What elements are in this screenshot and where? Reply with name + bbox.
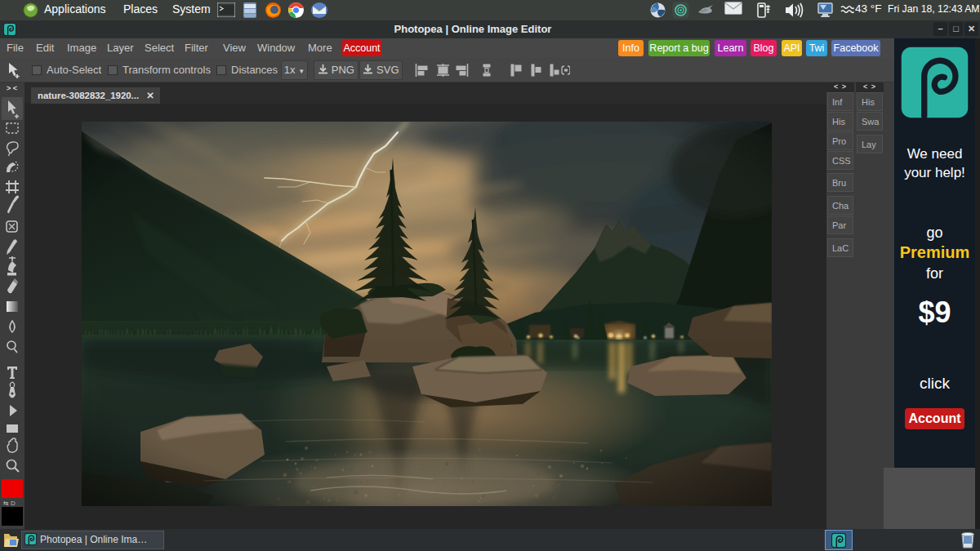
svg-text:⇆ D: ⇆ D [3,500,16,507]
svg-text:> <: > < [7,84,17,92]
